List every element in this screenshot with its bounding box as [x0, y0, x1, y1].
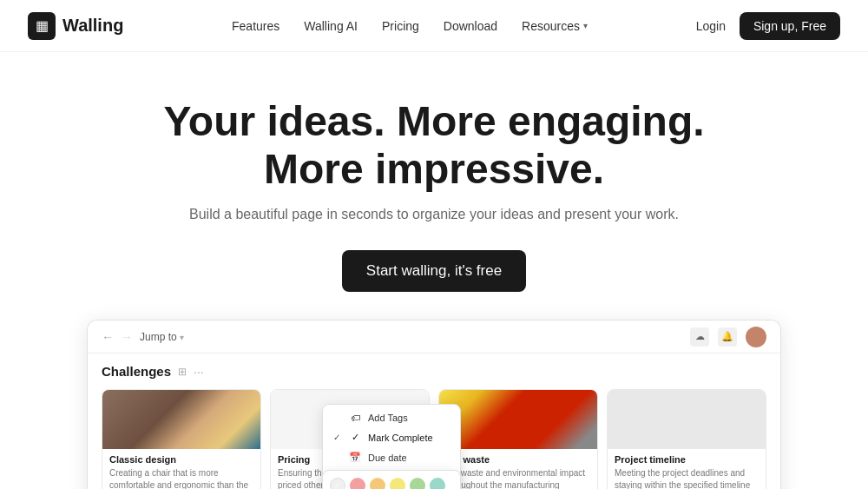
- nav-links: Features Walling AI Pricing Download Res…: [232, 19, 588, 33]
- checkmark-icon: ✓: [349, 432, 361, 443]
- app-preview-wrapper: ← → Jump to ▾ ☁ 🔔 Challenges ⊞ ···: [0, 320, 868, 489]
- card-image-4: [608, 390, 766, 449]
- cloud-icon[interactable]: ☁: [690, 327, 709, 347]
- app-nav-left: ← → Jump to ▾: [102, 330, 184, 344]
- card-title-1: Classic design: [109, 454, 253, 465]
- app-topbar: ← → Jump to ▾ ☁ 🔔: [88, 320, 780, 354]
- swatch-row-1: ✓: [330, 478, 453, 489]
- forward-arrow-icon[interactable]: →: [121, 330, 133, 344]
- card-image-3: [439, 390, 597, 449]
- login-button[interactable]: Login: [696, 19, 726, 33]
- ctx-due-date[interactable]: 📅 Due date: [323, 447, 460, 467]
- swatch-teal[interactable]: [430, 478, 445, 489]
- swatch-white[interactable]: ✓: [330, 478, 345, 489]
- signup-button[interactable]: Sign up, Free: [740, 12, 840, 40]
- card-image-1: [102, 390, 260, 449]
- grid-icon: ⊞: [178, 366, 187, 378]
- breadcrumb: Jump to ▾: [140, 331, 184, 343]
- app-preview: ← → Jump to ▾ ☁ 🔔 Challenges ⊞ ···: [87, 320, 781, 489]
- chevron-down-icon: ▾: [180, 333, 184, 342]
- nav-features[interactable]: Features: [232, 19, 279, 33]
- ctx-add-tags[interactable]: 🏷 Add Tags: [323, 408, 460, 427]
- nav-download[interactable]: Download: [444, 19, 497, 33]
- more-options-icon[interactable]: ···: [194, 365, 204, 379]
- card-text-1: Creating a chair that is more comfortabl…: [109, 467, 253, 489]
- check-icon: ✓: [333, 433, 342, 442]
- card-title-4: Project timeline: [615, 454, 759, 465]
- card-waste: ing waste ...g waste and environmental i…: [438, 389, 598, 489]
- nav-actions: Login Sign up, Free: [696, 12, 840, 40]
- nav-pricing[interactable]: Pricing: [382, 19, 419, 33]
- board-title-row: Challenges ⊞ ···: [102, 364, 766, 379]
- board-title: Challenges: [102, 364, 171, 379]
- board-content: Challenges ⊞ ··· Classic design Creating…: [88, 354, 780, 489]
- card-text-4: Meeting the project deadlines and stayin…: [615, 467, 759, 489]
- cta-button[interactable]: Start walling, it's free: [342, 250, 526, 292]
- navbar: ▦ Walling Features Walling AI Pricing Do…: [0, 0, 868, 52]
- hero-section: Your ideas. More engaging. More impressi…: [0, 52, 868, 320]
- nav-resources[interactable]: Resources ▾: [522, 19, 588, 33]
- logo[interactable]: ▦ Walling: [28, 12, 123, 40]
- swatch-yellow[interactable]: [390, 478, 405, 489]
- card-body-1: Classic design Creating a chair that is …: [102, 449, 260, 489]
- color-swatches-panel: ✓: [322, 470, 461, 489]
- swatch-green[interactable]: [410, 478, 425, 489]
- swatch-pink[interactable]: [350, 478, 365, 489]
- card-title-3: ing waste: [446, 454, 590, 465]
- hero-subtitle: Build a beautiful page in seconds to org…: [17, 207, 851, 222]
- calendar-icon: 📅: [349, 452, 361, 463]
- chevron-down-icon: ▾: [583, 21, 588, 30]
- card-classic-design: Classic design Creating a chair that is …: [102, 389, 261, 489]
- avatar[interactable]: [746, 327, 766, 347]
- ctx-mark-complete[interactable]: ✓ ✓ Mark Complete: [323, 427, 460, 447]
- bell-icon[interactable]: 🔔: [718, 327, 737, 347]
- back-arrow-icon[interactable]: ←: [102, 330, 114, 344]
- card-body-4: Project timeline Meeting the project dea…: [608, 449, 766, 489]
- logo-icon: ▦: [28, 12, 56, 40]
- tag-icon: 🏷: [349, 413, 361, 423]
- nav-walling-ai[interactable]: Walling AI: [304, 19, 358, 33]
- swatch-orange[interactable]: [370, 478, 385, 489]
- app-topbar-right: ☁ 🔔: [690, 327, 766, 347]
- card-text-3: ...g waste and environmental impact thro…: [446, 467, 590, 489]
- hero-title: Your ideas. More engaging. More impressi…: [17, 97, 851, 193]
- card-project-timeline: Project timeline Meeting the project dea…: [607, 389, 766, 489]
- logo-text: Walling: [62, 16, 123, 36]
- card-body-3: ing waste ...g waste and environmental i…: [439, 449, 597, 489]
